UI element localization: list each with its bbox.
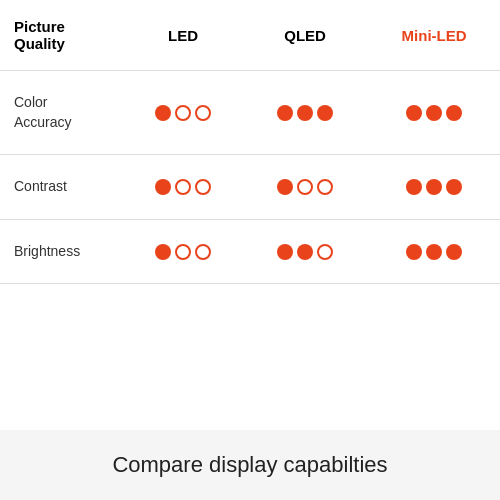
filled-dot [297, 105, 313, 121]
filled-dot [426, 105, 442, 121]
filled-dot [446, 244, 462, 260]
dots-container-miniled [378, 105, 490, 121]
row-label-0: Color Accuracy [0, 71, 120, 155]
footer-text: Compare display capabilties [0, 430, 500, 500]
dots-container-qled [256, 244, 354, 260]
filled-dot [317, 105, 333, 121]
empty-dot [175, 244, 191, 260]
row-label-2: Brightness [0, 219, 120, 284]
filled-dot [277, 105, 293, 121]
dots-container-qled [256, 105, 354, 121]
empty-dot [195, 244, 211, 260]
row-1-led [120, 155, 242, 220]
empty-dot [195, 179, 211, 195]
filled-dot [155, 244, 171, 260]
filled-dot [155, 105, 171, 121]
filled-dot [277, 244, 293, 260]
row-0-miniled [364, 71, 500, 155]
dots-container-led [134, 179, 232, 195]
empty-dot [195, 105, 211, 121]
row-1-miniled [364, 155, 500, 220]
row-2-qled [242, 219, 364, 284]
filled-dot [155, 179, 171, 195]
dots-container-qled [256, 179, 354, 195]
empty-dot [297, 179, 313, 195]
empty-dot [175, 105, 191, 121]
row-2-led [120, 219, 242, 284]
comparison-table: Picture Quality LED QLED Mini-LED Color … [0, 0, 500, 284]
empty-dot [175, 179, 191, 195]
dots-container-led [134, 244, 232, 260]
header-picture-quality: Picture Quality [0, 0, 120, 71]
filled-dot [426, 244, 442, 260]
table-row: Contrast [0, 155, 500, 220]
filled-dot [406, 105, 422, 121]
filled-dot [297, 244, 313, 260]
row-label-1: Contrast [0, 155, 120, 220]
filled-dot [277, 179, 293, 195]
empty-dot [317, 179, 333, 195]
dots-container-miniled [378, 244, 490, 260]
filled-dot [446, 179, 462, 195]
dots-container-miniled [378, 179, 490, 195]
table-header-row: Picture Quality LED QLED Mini-LED [0, 0, 500, 71]
row-2-miniled [364, 219, 500, 284]
empty-dot [317, 244, 333, 260]
filled-dot [446, 105, 462, 121]
filled-dot [426, 179, 442, 195]
header-led: LED [120, 0, 242, 71]
filled-dot [406, 244, 422, 260]
header-mini-led: Mini-LED [364, 0, 500, 71]
row-0-led [120, 71, 242, 155]
table-row: Color Accuracy [0, 71, 500, 155]
filled-dot [406, 179, 422, 195]
header-qled: QLED [242, 0, 364, 71]
table-row: Brightness [0, 219, 500, 284]
row-1-qled [242, 155, 364, 220]
dots-container-led [134, 105, 232, 121]
row-0-qled [242, 71, 364, 155]
